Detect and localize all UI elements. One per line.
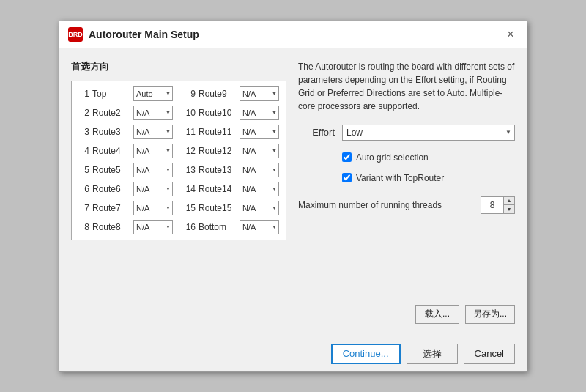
- auto-grid-label: Auto grid selection: [356, 152, 429, 163]
- route-col-1: 1 Top AutoN/AHorizontalVertical: [76, 86, 175, 101]
- threads-input-wrapper: ▲ ▼: [481, 196, 515, 214]
- left-panel: 首选方向 1 Top AutoN/AHorizontalVertical: [71, 60, 286, 324]
- route-select-13[interactable]: N/AAutoHorizontalVertical: [240, 163, 279, 177]
- threads-up-button[interactable]: ▲: [504, 197, 514, 205]
- effort-label: Effort: [298, 127, 335, 138]
- route-select-5[interactable]: N/AAutoHorizontalVertical: [133, 163, 173, 177]
- route-select-12[interactable]: N/AAutoHorizontalVertical: [240, 144, 279, 158]
- route-select-15[interactable]: N/AAutoHorizontalVertical: [240, 201, 279, 215]
- route-select-7[interactable]: N/AAutoHorizontalVertical: [133, 201, 173, 215]
- routes-grid: 1 Top AutoN/AHorizontalVertical 9 Route9: [71, 81, 286, 240]
- route-select-6[interactable]: N/AAutoHorizontalVertical: [133, 182, 173, 196]
- variant-row: Variant with TopRouter: [342, 173, 515, 183]
- effort-select-wrapper[interactable]: Low Medium High: [342, 125, 515, 141]
- variant-label: Variant with TopRouter: [356, 173, 444, 183]
- auto-grid-checkbox[interactable]: [342, 152, 352, 162]
- title-bar: BRD Autorouter Main Setup ×: [59, 21, 527, 48]
- route-select-16[interactable]: N/AAutoHorizontalVertical: [240, 220, 279, 234]
- description-text: The Autorouter is routing the board with…: [298, 60, 515, 113]
- route-select-3[interactable]: N/AAutoHorizontalVertical: [133, 125, 173, 139]
- effort-row: Effort Low Medium High: [298, 125, 515, 141]
- route-row-2: 2 Route2 N/AAutoHorizontalVertical 10 Ro…: [76, 103, 281, 122]
- route-row-7: 7 Route7 N/AAutoHorizontalVertical 15 Ro…: [76, 199, 281, 218]
- route-select-10[interactable]: N/AAutoHorizontalVertical: [240, 106, 279, 120]
- threads-row: Maximum number of running threads ▲ ▼: [298, 196, 515, 214]
- route-select-11[interactable]: N/AAutoHorizontalVertical: [240, 125, 279, 139]
- save-as-button[interactable]: 另存为...: [465, 305, 515, 324]
- route-select-8[interactable]: N/AAutoHorizontalVertical: [133, 220, 173, 234]
- dialog-footer: Continue... 选择 Cancel: [59, 336, 527, 371]
- route-select-4[interactable]: N/AAutoHorizontalVertical: [133, 144, 173, 158]
- right-bottom-buttons: 载入... 另存为...: [298, 305, 515, 324]
- auto-grid-row: Auto grid selection: [342, 152, 515, 163]
- title-bar-left: BRD Autorouter Main Setup: [68, 27, 199, 42]
- route-select-9[interactable]: N/AAutoHorizontalVertical: [240, 86, 279, 101]
- app-icon: BRD: [68, 27, 83, 42]
- route-row: 1 Top AutoN/AHorizontalVertical 9 Route9: [76, 84, 281, 103]
- threads-down-button[interactable]: ▼: [504, 205, 514, 213]
- route-row-4: 4 Route4 N/AAutoHorizontalVertical 12 Ro…: [76, 141, 281, 160]
- dialog: BRD Autorouter Main Setup × 首选方向 1 Top A…: [59, 21, 527, 372]
- threads-spinners: ▲ ▼: [503, 197, 514, 213]
- cancel-button[interactable]: Cancel: [464, 344, 515, 364]
- route-num-1: 1: [76, 89, 89, 99]
- route-col-9: 9 Route9 N/AAutoHorizontalVertical: [182, 86, 281, 101]
- route-select-2[interactable]: N/AAutoHorizontalVertical: [133, 106, 173, 120]
- route-select-wrapper-9[interactable]: N/AAutoHorizontalVertical: [240, 86, 279, 101]
- route-select-1[interactable]: AutoN/AHorizontalVertical: [133, 86, 173, 101]
- continue-button[interactable]: Continue...: [331, 344, 401, 364]
- dialog-body: 首选方向 1 Top AutoN/AHorizontalVertical: [59, 48, 527, 336]
- variant-checkbox[interactable]: [342, 173, 352, 182]
- route-select-wrapper-1[interactable]: AutoN/AHorizontalVertical: [133, 86, 173, 101]
- route-name-1: Top: [92, 89, 130, 99]
- route-select-14[interactable]: N/AAutoHorizontalVertical: [240, 182, 279, 196]
- load-button[interactable]: 载入...: [415, 305, 459, 324]
- select-button[interactable]: 选择: [407, 344, 458, 364]
- effort-select[interactable]: Low Medium High: [342, 125, 515, 141]
- route-row-8: 8 Route8 N/AAutoHorizontalVertical 16 Bo…: [76, 218, 281, 237]
- route-name-9: Route9: [199, 89, 237, 99]
- route-row-5: 5 Route5 N/AAutoHorizontalVertical 13 Ro…: [76, 160, 281, 180]
- close-button[interactable]: ×: [503, 27, 518, 42]
- threads-label: Maximum number of running threads: [298, 200, 473, 210]
- section-title: 首选方向: [71, 60, 286, 73]
- route-num-9: 9: [182, 89, 196, 99]
- route-row-3: 3 Route3 N/AAutoHorizontalVertical 11 Ro…: [76, 122, 281, 141]
- threads-input[interactable]: [481, 197, 503, 213]
- dialog-title: Autorouter Main Setup: [89, 29, 199, 40]
- right-panel: The Autorouter is routing the board with…: [298, 60, 515, 324]
- route-row-6: 6 Route6 N/AAutoHorizontalVertical 14 Ro…: [76, 180, 281, 199]
